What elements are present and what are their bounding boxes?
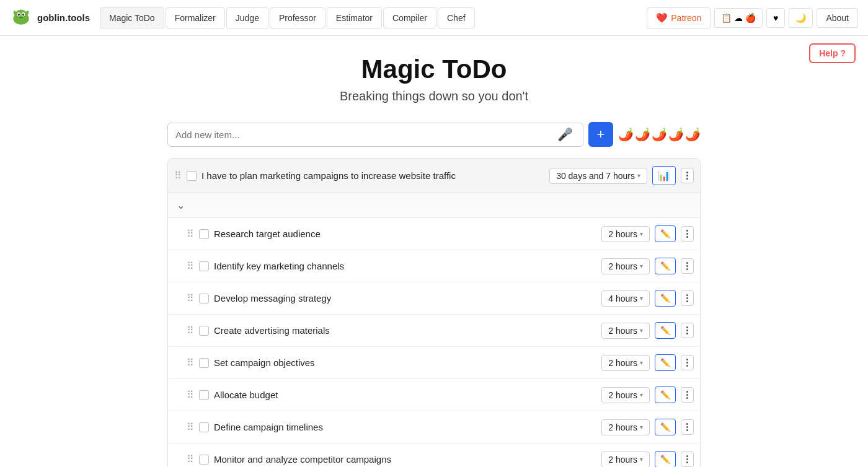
spice-1[interactable]: 🌶️	[618, 127, 634, 142]
subtask-drag-handle[interactable]: ⠿	[187, 325, 194, 336]
parent-drag-handle[interactable]: ⠿	[174, 170, 182, 181]
subtask-dots-icon	[686, 455, 688, 463]
mic-icon: 🎤	[557, 128, 573, 141]
parent-time-chevron-icon: ▾	[637, 172, 640, 179]
subtask-edit-button-2[interactable]: ✏️	[655, 290, 676, 307]
subtask-row: ⠿ Create advertising materials 2 hours ▾…	[168, 315, 700, 347]
subtask-checkbox-4[interactable]	[199, 358, 209, 368]
main-content: Magic ToDo Breaking things down so you d…	[155, 36, 713, 467]
nav-professor[interactable]: Professor	[270, 7, 326, 28]
spice-selector[interactable]: 🌶️ 🌶️ 🌶️ 🌶️ 🌶️	[618, 127, 701, 142]
subtask-chevron-icon: ▾	[640, 424, 643, 430]
subtask-more-button-5[interactable]	[681, 387, 694, 403]
subtask-edit-button-3[interactable]: ✏️	[655, 322, 676, 339]
subtask-edit-button-7[interactable]: ✏️	[655, 451, 676, 467]
parent-time-value: 30 days and 7 hours	[556, 171, 635, 181]
nav-estimator[interactable]: Estimator	[327, 7, 382, 28]
dark-mode-button[interactable]: 🌙	[789, 8, 813, 28]
subtask-list: ⠿ Research target audience 2 hours ▾ ✏️ …	[168, 218, 700, 467]
nav-chef[interactable]: Chef	[438, 7, 475, 28]
help-button[interactable]: Help ?	[809, 43, 856, 63]
subtask-drag-handle[interactable]: ⠿	[187, 453, 194, 465]
subtask-row: ⠿ Identify key marketing channels 2 hour…	[168, 250, 700, 282]
subtask-checkbox-6[interactable]	[199, 422, 209, 432]
subtask-chevron-icon: ▾	[640, 327, 643, 334]
subtask-drag-handle[interactable]: ⠿	[187, 260, 194, 272]
parent-more-button[interactable]	[681, 168, 694, 183]
add-item-input[interactable]	[175, 123, 555, 146]
patreon-icon: ❤️	[656, 12, 668, 24]
subtask-checkbox-1[interactable]	[199, 261, 209, 271]
subtask-checkbox-0[interactable]	[199, 229, 209, 239]
parent-task-checkbox[interactable]	[187, 171, 197, 181]
spice-5[interactable]: 🌶️	[685, 127, 701, 142]
parent-task-row: ⠿ I have to plan marketing campaigns to …	[168, 159, 700, 193]
svg-point-5	[22, 13, 24, 15]
navbar: goblin.tools Magic ToDo Formalizer Judge…	[0, 0, 868, 36]
subtask-time-badge-1[interactable]: 2 hours ▾	[601, 258, 650, 274]
parent-time-badge[interactable]: 30 days and 7 hours ▾	[549, 168, 647, 184]
nav-magic-todo[interactable]: Magic ToDo	[100, 7, 164, 28]
platforms-button[interactable]: 📋 ☁ 🍎	[714, 8, 763, 28]
subtask-more-button-4[interactable]	[681, 355, 694, 370]
subtask-chevron-icon: ▾	[640, 456, 643, 463]
spice-3[interactable]: 🌶️	[652, 127, 667, 142]
subtask-drag-handle[interactable]: ⠿	[187, 228, 194, 240]
mic-button[interactable]: 🎤	[555, 127, 575, 142]
spice-2[interactable]: 🌶️	[635, 127, 650, 142]
subtask-time-badge-3[interactable]: 2 hours ▾	[601, 323, 650, 339]
input-row: 🎤 + 🌶️ 🌶️ 🌶️ 🌶️ 🌶️	[167, 122, 701, 147]
spice-4[interactable]: 🌶️	[668, 127, 684, 142]
subtask-text-1: Identify key marketing channels	[214, 261, 596, 271]
collapse-button[interactable]: ⌄	[174, 199, 187, 211]
nav-formalizer[interactable]: Formalizer	[166, 7, 225, 28]
subtask-more-button-6[interactable]	[681, 419, 694, 435]
heart-button[interactable]: ♥	[766, 8, 785, 28]
add-button[interactable]: +	[588, 122, 613, 147]
patreon-button[interactable]: ❤️ Patreon	[647, 7, 711, 28]
subtask-time-value-6: 2 hours	[608, 422, 637, 432]
parent-chart-button[interactable]: 📊	[652, 166, 676, 185]
subtask-edit-button-6[interactable]: ✏️	[655, 419, 676, 435]
subtask-time-value-1: 2 hours	[608, 261, 637, 271]
subtask-checkbox-2[interactable]	[199, 294, 209, 303]
subtask-drag-handle[interactable]: ⠿	[187, 389, 194, 401]
svg-point-1	[15, 9, 27, 20]
subtask-checkbox-5[interactable]	[199, 390, 209, 400]
nav-compiler[interactable]: Compiler	[383, 7, 436, 28]
task-list: ⠿ I have to plan marketing campaigns to …	[167, 158, 701, 467]
subtask-row: ⠿ Allocate budget 2 hours ▾ ✏️	[168, 379, 700, 411]
page-subtitle: Breaking things down so you don't	[167, 89, 701, 103]
subtask-more-button-2[interactable]	[681, 290, 694, 306]
subtask-edit-button-0[interactable]: ✏️	[655, 225, 676, 242]
subtask-time-badge-6[interactable]: 2 hours ▾	[601, 419, 650, 435]
subtask-more-button-3[interactable]	[681, 323, 694, 338]
subtask-checkbox-3[interactable]	[199, 326, 209, 336]
subtask-dots-icon	[686, 423, 688, 431]
subtask-edit-button-4[interactable]: ✏️	[655, 354, 676, 371]
subtask-drag-handle[interactable]: ⠿	[187, 421, 194, 433]
subtask-text-7: Monitor and analyze competitor campaigns	[214, 454, 596, 465]
brand-link[interactable]: goblin.tools	[10, 7, 90, 29]
subtask-time-badge-2[interactable]: 4 hours ▾	[601, 290, 650, 307]
subtask-time-badge-4[interactable]: 2 hours ▾	[601, 355, 650, 371]
about-button[interactable]: About	[817, 8, 858, 28]
subtask-drag-handle[interactable]: ⠿	[187, 357, 194, 369]
nav-judge[interactable]: Judge	[226, 7, 268, 28]
subtask-chevron-icon: ▾	[640, 359, 643, 366]
subtask-checkbox-7[interactable]	[199, 455, 209, 465]
subtask-time-badge-5[interactable]: 2 hours ▾	[601, 387, 650, 403]
subtask-drag-handle[interactable]: ⠿	[187, 292, 194, 304]
subtask-more-button-7[interactable]	[681, 452, 694, 467]
collapse-row: ⌄	[168, 193, 700, 218]
subtask-edit-button-5[interactable]: ✏️	[655, 386, 676, 403]
subtask-time-badge-0[interactable]: 2 hours ▾	[601, 226, 650, 242]
subtask-edit-button-1[interactable]: ✏️	[655, 258, 676, 274]
subtask-row: ⠿ Monitor and analyze competitor campaig…	[168, 443, 700, 467]
subtask-dots-icon	[686, 230, 688, 238]
subtask-time-badge-7[interactable]: 2 hours ▾	[601, 452, 650, 468]
subtask-time-value-7: 2 hours	[608, 455, 637, 465]
subtask-more-button-1[interactable]	[681, 258, 694, 274]
subtask-more-button-0[interactable]	[681, 226, 694, 242]
subtask-text-3: Create advertising materials	[214, 325, 596, 336]
